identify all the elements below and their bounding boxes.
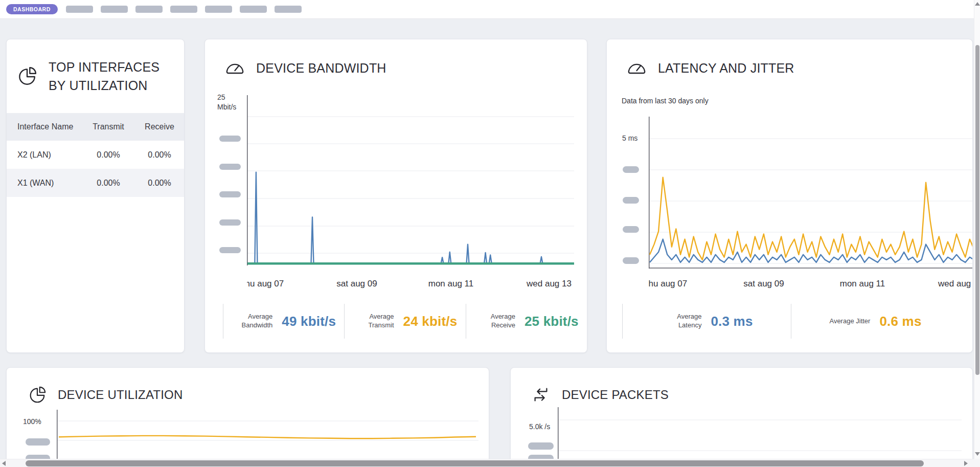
- loading-placeholder: [219, 191, 241, 197]
- x-tick-label: sat aug 09: [336, 279, 377, 289]
- card-header: DEVICE BANDWIDTH: [224, 58, 386, 78]
- gauge-icon: [224, 58, 245, 78]
- chart-subtitle: Data from last 30 days only: [622, 97, 709, 105]
- nav-placeholder-tab: [275, 6, 302, 13]
- loading-placeholder: [623, 197, 639, 204]
- stat-label: Average Transmit: [353, 313, 394, 330]
- horizontal-scrollbar-thumb[interactable]: [26, 460, 924, 466]
- stat-value: 0.3 ms: [711, 314, 753, 329]
- table-row: X1 (WAN)0.00%0.00%: [7, 169, 184, 197]
- scroll-down-arrow-icon[interactable]: [975, 452, 980, 456]
- scrollbar-corner: [974, 459, 980, 467]
- loading-placeholder: [528, 442, 554, 450]
- interfaces-table: Interface NameTransmitReceiveX2 (LAN)0.0…: [7, 113, 184, 197]
- stat-label: Average Receive: [474, 313, 515, 330]
- x-tick-label: wed aug 13: [938, 279, 973, 289]
- latency-jitter-chart: [649, 117, 973, 270]
- nav-placeholder-tab: [240, 6, 267, 13]
- loading-placeholder: [26, 438, 50, 446]
- card-device-bandwidth: DEVICE BANDWIDTH 25 Mbit/s thu aug 07sat…: [204, 39, 587, 353]
- loading-placeholder: [219, 136, 241, 142]
- card-header: TOP INTERFACES BY UTILIZATION: [16, 58, 174, 95]
- x-tick-label: wed aug 13: [527, 279, 572, 289]
- loading-placeholder: [219, 247, 241, 253]
- scroll-left-arrow-icon[interactable]: [2, 461, 6, 466]
- cell-transmit: 0.00%: [82, 150, 135, 160]
- cell-interface-name: Interface Name: [7, 122, 82, 131]
- card-title: DEVICE BANDWIDTH: [256, 59, 386, 77]
- cell-interface-name: X1 (WAN): [7, 179, 82, 188]
- x-tick-label: mon aug 11: [428, 279, 474, 289]
- stat-group: Average Transmit24 kbit/s: [344, 304, 465, 339]
- x-axis-labels: thu aug 07sat aug 09mon aug 11wed aug 13: [649, 279, 973, 291]
- vertical-scrollbar[interactable]: [974, 0, 980, 459]
- nav-placeholder-tab: [66, 6, 93, 13]
- x-tick-label: thu aug 07: [247, 279, 284, 289]
- packets-chart: [558, 407, 962, 467]
- cell-transmit: 0.00%: [82, 179, 135, 188]
- y-axis-top-label: 5 ms: [622, 134, 637, 143]
- stat-group: Average Jitter0.6 ms: [791, 304, 960, 339]
- cell-receive: Receive: [135, 122, 184, 131]
- nav-placeholder-tab: [101, 6, 128, 13]
- card-device-utilization: DEVICE UTILIZATION 100%: [6, 367, 489, 467]
- x-tick-label: sat aug 09: [743, 279, 784, 289]
- top-nav: DASHBOARD: [0, 0, 974, 19]
- stat-value: 24 kbit/s: [403, 314, 458, 329]
- x-tick-label: thu aug 07: [649, 279, 687, 289]
- bandwidth-stats-row: Average Bandwidth49 kbit/sAverage Transm…: [223, 304, 587, 339]
- card-header: DEVICE UTILIZATION: [27, 385, 183, 405]
- card-latency-jitter: LATENCY AND JITTER Data from last 30 day…: [606, 39, 973, 353]
- stat-value: 25 kbit/s: [525, 314, 579, 329]
- pie-chart-icon: [16, 65, 37, 87]
- gauge-icon: [626, 58, 647, 78]
- cell-receive: 0.00%: [135, 150, 184, 160]
- x-axis-labels: thu aug 07sat aug 09mon aug 11wed aug 13: [247, 279, 574, 291]
- vertical-scrollbar-thumb[interactable]: [975, 45, 979, 375]
- stat-group: Average Bandwidth49 kbit/s: [223, 304, 344, 339]
- card-top-interfaces: TOP INTERFACES BY UTILIZATION Interface …: [6, 39, 185, 353]
- horizontal-scrollbar[interactable]: [0, 459, 974, 467]
- card-header: DEVICE PACKETS: [531, 385, 669, 405]
- y-axis-top-label: 25 Mbit/s: [217, 93, 246, 112]
- scroll-up-arrow-icon[interactable]: [975, 2, 980, 6]
- card-title: TOP INTERFACES BY UTILIZATION: [49, 58, 174, 95]
- y-axis-top-label: 100%: [23, 417, 41, 427]
- card-header: LATENCY AND JITTER: [626, 58, 794, 78]
- stat-label: Average Jitter: [829, 317, 870, 326]
- card-title: DEVICE PACKETS: [562, 387, 669, 403]
- card-device-packets: DEVICE PACKETS 5.0k /s: [510, 367, 973, 467]
- stat-value: 49 kbit/s: [282, 314, 336, 329]
- cell-transmit: Transmit: [82, 122, 135, 131]
- scroll-right-arrow-icon[interactable]: [964, 461, 968, 466]
- card-title: LATENCY AND JITTER: [658, 59, 794, 77]
- stat-group: Average Latency0.3 ms: [622, 304, 791, 339]
- table-header-row: Interface NameTransmitReceive: [7, 113, 184, 141]
- y-axis-top-label: 5.0k /s: [529, 422, 550, 432]
- card-title: DEVICE UTILIZATION: [58, 387, 183, 403]
- stat-label: Average Latency: [660, 313, 701, 330]
- nav-placeholder-tab: [170, 6, 197, 13]
- stat-value: 0.6 ms: [879, 314, 921, 329]
- nav-placeholder-tabs: [58, 6, 302, 13]
- stat-label: Average Bandwidth: [232, 313, 272, 330]
- cell-interface-name: X2 (LAN): [7, 150, 82, 160]
- pie-chart-icon: [27, 385, 47, 405]
- stat-group: Average Receive25 kbit/s: [466, 304, 587, 339]
- cell-receive: 0.00%: [135, 179, 184, 188]
- loading-placeholder: [219, 164, 241, 170]
- bandwidth-chart: [247, 95, 574, 272]
- loading-placeholder: [623, 257, 639, 264]
- transfer-arrows-icon: [531, 385, 551, 405]
- loading-placeholder: [623, 226, 639, 233]
- latency-stats-row: Average Latency0.3 msAverage Jitter0.6 m…: [622, 304, 960, 339]
- nav-placeholder-tab: [135, 6, 163, 13]
- loading-placeholder: [219, 219, 241, 226]
- nav-placeholder-tab: [205, 6, 232, 13]
- table-row: X2 (LAN)0.00%0.00%: [7, 141, 184, 169]
- tab-dashboard[interactable]: DASHBOARD: [6, 4, 58, 14]
- x-tick-label: mon aug 11: [840, 279, 885, 289]
- loading-placeholder: [623, 166, 639, 173]
